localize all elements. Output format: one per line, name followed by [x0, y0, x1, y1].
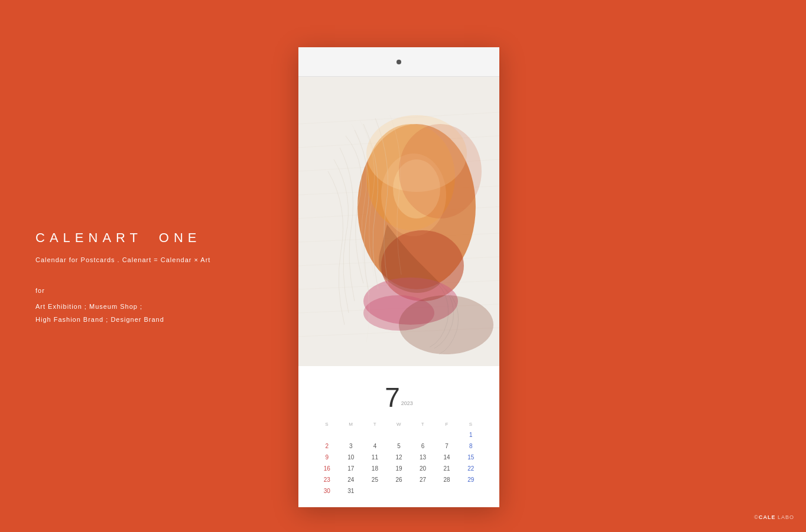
cal-cell: 14 — [435, 453, 459, 462]
for-items: Art Exhibition ; Museum Shop ; High Fash… — [35, 300, 210, 326]
calendar-header: S M T W T F S — [315, 422, 483, 427]
calendar-section: 7 2023 S M T W T F S 1 — [298, 366, 499, 507]
copyright: ©CALE LABO — [754, 514, 794, 520]
cal-cell — [363, 487, 387, 495]
cal-cell — [339, 430, 363, 439]
left-content: CALEnART ONE Calendar for Postcards . Ca… — [35, 230, 210, 326]
cal-cell: 16 — [315, 464, 339, 473]
cal-cell: 11 — [363, 453, 387, 462]
cal-cell: 19 — [387, 464, 411, 473]
cal-cell: 27 — [411, 475, 435, 484]
cal-cell: 10 — [339, 453, 363, 462]
cal-cell — [411, 487, 435, 495]
hole-punch-area — [298, 47, 499, 77]
for-label: for — [35, 287, 210, 294]
cal-cell: 17 — [339, 464, 363, 473]
cal-cell — [363, 430, 387, 439]
cal-cell: 23 — [315, 475, 339, 484]
calendar-body: 1 2 3 4 5 6 7 8 9 10 11 12 13 14 15 16 1… — [315, 430, 483, 495]
cal-cell — [435, 430, 459, 439]
copyright-brand: CALE — [759, 514, 776, 520]
cal-cell: 30 — [315, 487, 339, 495]
art-image — [298, 77, 499, 366]
calendar-card: 7 2023 S M T W T F S 1 — [298, 47, 499, 507]
cal-cell: 2 — [315, 442, 339, 451]
cal-cell: 26 — [387, 475, 411, 484]
cal-cell: 29 — [459, 475, 483, 484]
for-line-2: High Fashion Brand ; Designer Brand — [35, 313, 210, 326]
cal-cell: 8 — [459, 442, 483, 451]
header-sun: S — [315, 422, 339, 427]
cal-cell: 22 — [459, 464, 483, 473]
cal-cell: 28 — [435, 475, 459, 484]
cal-cell: 31 — [339, 487, 363, 495]
brand-title: CALEnART ONE — [35, 230, 210, 246]
cal-cell: 25 — [363, 475, 387, 484]
hole-dot — [396, 60, 401, 64]
cal-cell: 20 — [411, 464, 435, 473]
cal-cell — [387, 487, 411, 495]
cal-cell: 9 — [315, 453, 339, 462]
cal-cell — [435, 487, 459, 495]
header-tue: T — [363, 422, 387, 427]
cal-cell: 1 — [459, 430, 483, 439]
cal-cell: 15 — [459, 453, 483, 462]
cal-cell: 6 — [411, 442, 435, 451]
header-sat: S — [459, 422, 483, 427]
for-line-1: Art Exhibition ; Museum Shop ; — [35, 300, 210, 313]
cal-cell: 5 — [387, 442, 411, 451]
cal-cell — [459, 487, 483, 495]
header-thu: T — [411, 422, 435, 427]
cal-cell — [387, 430, 411, 439]
header-wed: W — [387, 422, 411, 427]
cal-cell: 21 — [435, 464, 459, 473]
month-row: 7 2023 — [315, 384, 483, 411]
cal-cell — [411, 430, 435, 439]
cal-cell: 24 — [339, 475, 363, 484]
cal-cell — [315, 430, 339, 439]
cal-cell: 3 — [339, 442, 363, 451]
cal-cell: 12 — [387, 453, 411, 462]
cal-cell: 4 — [363, 442, 387, 451]
month-year: 2023 — [401, 400, 413, 406]
cal-cell: 7 — [435, 442, 459, 451]
cal-cell: 18 — [363, 464, 387, 473]
header-fri: F — [435, 422, 459, 427]
header-mon: M — [339, 422, 363, 427]
subtitle: Calendar for Postcards . Calenart = Cale… — [35, 256, 210, 263]
art-svg — [298, 77, 499, 366]
svg-point-19 — [399, 295, 493, 354]
svg-point-20 — [399, 124, 482, 218]
month-number: 7 — [385, 384, 399, 411]
cal-cell: 13 — [411, 453, 435, 462]
calendar-grid: S M T W T F S 1 2 3 4 5 — [315, 422, 483, 495]
